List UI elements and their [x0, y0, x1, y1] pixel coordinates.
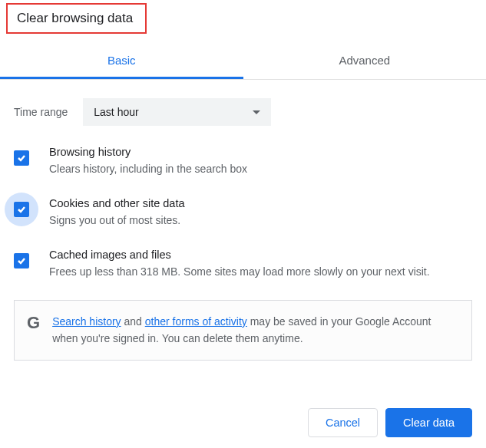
- time-range-label: Time range: [14, 106, 68, 118]
- clear-data-button[interactable]: Clear data: [385, 408, 472, 437]
- checkmark-icon: [17, 205, 26, 214]
- info-text: Search history and other forms of activi…: [52, 313, 459, 348]
- time-range-row: Time range Last hour: [14, 98, 472, 126]
- checkbox-cookies[interactable]: [14, 202, 29, 217]
- option-desc: Signs you out of most sites.: [49, 212, 472, 229]
- dialog-content: Time range Last hour Browsing history Cl…: [0, 98, 486, 361]
- option-title: Cached images and files: [49, 249, 472, 261]
- dialog-footer: Cancel Clear data: [308, 408, 472, 437]
- checkmark-icon: [17, 153, 26, 163]
- option-cookies: Cookies and other site data Signs you ou…: [14, 197, 472, 229]
- time-range-select[interactable]: Last hour: [83, 98, 271, 126]
- cancel-button[interactable]: Cancel: [308, 408, 378, 437]
- chevron-down-icon: [253, 110, 260, 114]
- option-title: Cookies and other site data: [49, 197, 472, 209]
- dialog-title-box: Clear browsing data: [6, 3, 147, 34]
- google-account-info: G Search history and other forms of acti…: [14, 300, 472, 361]
- tab-advanced[interactable]: Advanced: [243, 43, 487, 79]
- tab-bar: Basic Advanced: [0, 43, 486, 80]
- option-cache: Cached images and files Frees up less th…: [14, 249, 472, 280]
- link-other-activity[interactable]: other forms of activity: [145, 315, 247, 328]
- checkmark-icon: [17, 256, 26, 265]
- checkbox-browsing-history[interactable]: [14, 150, 29, 166]
- google-logo-icon: G: [27, 313, 40, 333]
- option-desc: Frees up less than 318 MB. Some sites ma…: [49, 264, 472, 280]
- tab-basic[interactable]: Basic: [0, 43, 243, 79]
- option-title: Browsing history: [49, 146, 472, 158]
- link-search-history[interactable]: Search history: [52, 315, 121, 328]
- dialog-title: Clear browsing data: [17, 11, 133, 26]
- option-desc: Clears history, including in the search …: [49, 161, 472, 177]
- time-range-value: Last hour: [94, 106, 138, 118]
- option-browsing-history: Browsing history Clears history, includi…: [14, 146, 472, 177]
- checkbox-cache[interactable]: [14, 253, 29, 268]
